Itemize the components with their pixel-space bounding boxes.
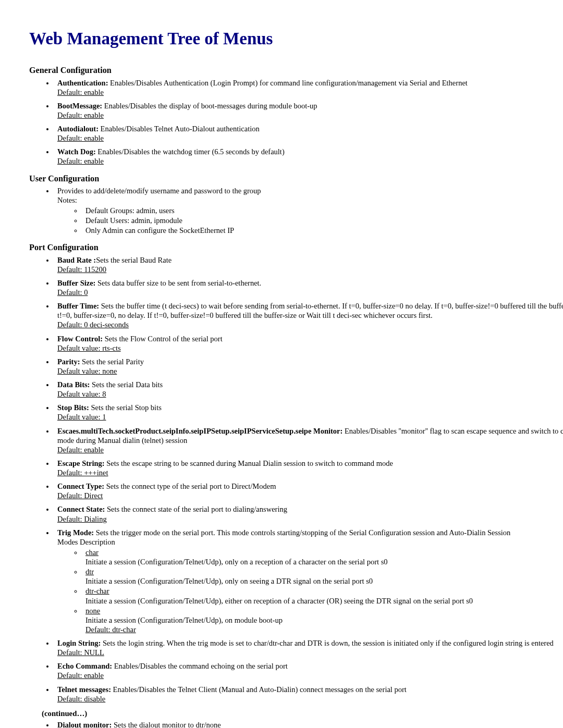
- page-title: Web Management Tree of Menus: [29, 28, 563, 50]
- note-item: Default Users: admin, ipmodule: [82, 216, 563, 225]
- mode-desc: Initiate a session (Configuration/Telnet…: [85, 597, 473, 605]
- list-item: Escape String: Sets the escape string to…: [54, 459, 563, 477]
- list-item: Watch Dog: Enables/Disables the watchdog…: [54, 147, 563, 166]
- item-desc: Enables/Disables the display of boot-mes…: [102, 102, 317, 110]
- item-default: Default: enable: [57, 111, 104, 119]
- item-label: Data Bits:: [57, 380, 90, 389]
- item-label: Escaes.multiTech.socketProduct.seipInfo.…: [57, 427, 342, 435]
- notes-list: Default Groups: admin, users Default Use…: [57, 206, 563, 235]
- section-heading-user: User Configuration: [29, 174, 563, 184]
- item-default: Default: disable: [57, 695, 105, 703]
- item-label: Buffer Size:: [57, 279, 95, 287]
- item-desc: Sets the trigger mode on the serial port…: [94, 528, 510, 537]
- list-item: Baud Rate :Sets the serial Baud RateDefa…: [54, 255, 563, 274]
- mode-name: none: [85, 607, 100, 615]
- item-default: Default value: rts-cts: [57, 344, 121, 352]
- item-label: Parity:: [57, 357, 80, 366]
- section-heading-general: General Configuration: [29, 65, 563, 76]
- item-desc: Enables/Disables the command echoing on …: [112, 662, 288, 670]
- mode-name: char: [85, 548, 99, 557]
- item-default: Default: enable: [57, 446, 104, 454]
- list-item: Data Bits: Sets the serial Data bitsDefa…: [54, 380, 563, 399]
- mode-desc: Initiate a session (Configuration/Telnet…: [85, 616, 283, 624]
- item-default: Default: enable: [57, 671, 104, 680]
- item-label: Escape String:: [57, 459, 105, 467]
- trig-mode: noneInitiate a session (Configuration/Te…: [82, 606, 563, 634]
- item-default: Default: enable: [57, 134, 104, 142]
- list-item: BootMessage: Enables/Disables the displa…: [54, 101, 563, 120]
- list-item: Login String: Sets the login string. Whe…: [54, 638, 563, 657]
- item-label: Telnet messages:: [57, 685, 111, 694]
- list-item: Connect Type: Sets the connect type of t…: [54, 482, 563, 500]
- item-default: Default value: none: [57, 367, 117, 375]
- item-default: Default: Direct: [57, 491, 103, 500]
- trig-sub: Modes Description: [57, 538, 115, 546]
- port-list: Baud Rate :Sets the serial Baud RateDefa…: [29, 255, 563, 704]
- trig-mode: charInitiate a session (Configuration/Te…: [82, 548, 563, 566]
- list-item: Stop Bits: Sets the serial Stop bitsDefa…: [54, 403, 563, 422]
- item-desc: Sets the buffer time (t deci-secs) to wa…: [57, 302, 563, 319]
- item-default: Default: enable: [57, 88, 104, 96]
- item-label: Buffer Time:: [57, 302, 99, 310]
- item-desc: Sets the login string. When the trig mod…: [101, 639, 553, 647]
- item-desc: Sets the Flow Control of the serial port: [103, 335, 223, 343]
- item-label: Echo Command:: [57, 662, 112, 670]
- item-desc: Sets data buffer size to be sent from se…: [95, 279, 261, 287]
- item-desc: Sets the serial Data bits: [90, 380, 163, 389]
- item-desc: Sets the serial Baud Rate: [96, 256, 172, 264]
- trig-modes-list: charInitiate a session (Configuration/Te…: [57, 548, 563, 634]
- item-default: Default: 115200: [57, 265, 106, 274]
- list-item: Parity: Sets the serial ParityDefault va…: [54, 357, 563, 376]
- item-default: Default value: 1: [57, 413, 106, 421]
- section-heading-port: Port Configuration: [29, 242, 563, 253]
- note-item: Only Admin can configure the SocketEther…: [82, 226, 563, 235]
- notes-label: Notes:: [57, 196, 77, 204]
- item-desc: Sets the serial Parity: [80, 357, 143, 366]
- list-item: Telnet messages: Enables/Disables the Te…: [54, 685, 563, 704]
- list-item-trig: Trig Mode: Sets the trigger mode on the …: [54, 528, 563, 634]
- item-label: Connect Type:: [57, 482, 104, 490]
- continued-marker: (continued…): [42, 709, 563, 718]
- item-desc: Sets the serial Stop bits: [89, 403, 162, 412]
- mode-name: dtr: [85, 567, 94, 576]
- item-label: Watch Dog:: [57, 147, 96, 156]
- mode-desc: Initiate a session (Configuration/Telnet…: [85, 558, 388, 566]
- item-desc: Sets the connect state of the serial por…: [105, 505, 287, 513]
- list-item: Buffer Time: Sets the buffer time (t dec…: [54, 301, 563, 329]
- item-label: Trig Mode:: [57, 528, 94, 537]
- list-item: Authentication: Enables/Disables Authent…: [54, 78, 563, 97]
- item-desc: Enables/Disables the watchdog timer (6.5…: [96, 147, 285, 156]
- item-default: Default: NULL: [57, 648, 104, 657]
- item-desc: Enables/Disables Telnet Auto-Dialout aut…: [99, 125, 260, 133]
- item-default: Default: Dialing: [57, 515, 107, 523]
- item-desc: Sets the escape string to be scanned dur…: [105, 459, 393, 467]
- item-label: Connect State:: [57, 505, 105, 513]
- item-default: Default: 0: [57, 288, 88, 297]
- general-list: Authentication: Enables/Disables Authent…: [29, 78, 563, 166]
- mode-name: dtr-char: [85, 587, 109, 595]
- mode-default: Default: dtr-char: [85, 625, 136, 634]
- item-label: Baud Rate :: [57, 256, 96, 264]
- list-item: Provides to add/delete/modify username a…: [54, 186, 563, 236]
- item-default: Default value: 8: [57, 390, 106, 398]
- item-label: Authentication:: [57, 79, 108, 87]
- item-default: Default: +++inet: [57, 468, 108, 477]
- item-default: Default: 0 deci-seconds: [57, 320, 129, 329]
- list-item: Connect State: Sets the connect state of…: [54, 504, 563, 523]
- item-default: Default: enable: [57, 157, 104, 165]
- item-desc: Sets the connect type of the serial port…: [104, 482, 276, 490]
- item-label: Flow Control:: [57, 335, 103, 343]
- list-item: Echo Command: Enables/Disables the comma…: [54, 661, 563, 680]
- list-item: Buffer Size: Sets data buffer size to be…: [54, 278, 563, 297]
- user-list: Provides to add/delete/modify username a…: [29, 186, 563, 236]
- item-label: BootMessage:: [57, 102, 102, 110]
- list-item: Autodialout: Enables/Disables Telnet Aut…: [54, 124, 563, 143]
- trig-mode: dtrInitiate a session (Configuration/Tel…: [82, 567, 563, 586]
- item-desc: Enables/Disables Authentication (Login P…: [108, 79, 467, 87]
- item-label: Login String:: [57, 639, 101, 647]
- item-desc: Enables/Disables the Telnet Client (Manu…: [111, 685, 407, 694]
- trig-mode: dtr-charInitiate a session (Configuratio…: [82, 586, 563, 605]
- item-label: Stop Bits:: [57, 403, 89, 412]
- note-item: Default Groups: admin, users: [82, 206, 563, 215]
- list-item: Flow Control: Sets the Flow Control of t…: [54, 334, 563, 353]
